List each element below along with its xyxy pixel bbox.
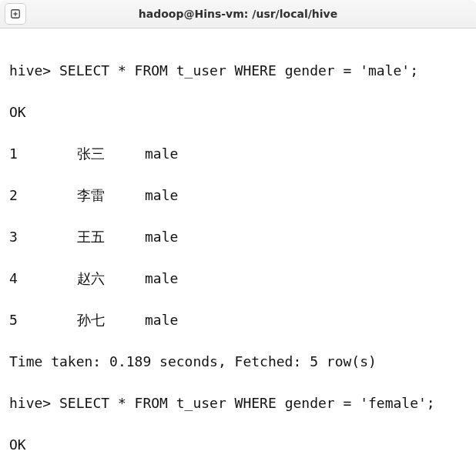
window-title: hadoop@Hins-vm: /usr/local/hive xyxy=(139,4,337,25)
table-row: 2李雷male xyxy=(9,185,467,206)
new-tab-icon xyxy=(10,8,21,19)
cell-gender: male xyxy=(145,185,178,206)
cell-id: 5 xyxy=(9,309,77,330)
table-row: 3王五male xyxy=(9,226,467,247)
cell-id: 4 xyxy=(9,268,77,289)
cell-gender: male xyxy=(145,309,178,330)
table-row: 1张三male xyxy=(9,143,467,164)
cell-id: 3 xyxy=(9,226,77,247)
cell-name: 王五 xyxy=(77,226,145,247)
hive-prompt: hive> xyxy=(9,60,51,81)
table-row: 4赵六male xyxy=(9,268,467,289)
cell-name: 孙七 xyxy=(77,309,145,330)
table-row: 5孙七male xyxy=(9,309,467,330)
cell-gender: male xyxy=(145,226,178,247)
window-titlebar: hadoop@Hins-vm: /usr/local/hive xyxy=(0,0,476,28)
hive-prompt: hive> xyxy=(9,393,51,413)
terminal-output[interactable]: hive> SELECT * FROM t_user WHERE gender … xyxy=(0,28,476,468)
cell-id: 1 xyxy=(9,143,77,164)
cell-id: 2 xyxy=(9,185,77,206)
ok-status: OK xyxy=(9,434,26,455)
cell-name: 李雷 xyxy=(77,185,145,206)
sql-query: SELECT * FROM t_user WHERE gender = 'fem… xyxy=(59,393,435,413)
cell-gender: male xyxy=(145,268,178,289)
new-tab-button[interactable] xyxy=(5,3,26,25)
ok-status: OK xyxy=(9,102,26,122)
cell-name: 张三 xyxy=(77,143,145,164)
timing-line: Time taken: 0.189 seconds, Fetched: 5 ro… xyxy=(9,351,377,372)
sql-query: SELECT * FROM t_user WHERE gender = 'mal… xyxy=(59,60,418,81)
cell-gender: male xyxy=(145,143,178,164)
cell-name: 赵六 xyxy=(77,268,145,289)
